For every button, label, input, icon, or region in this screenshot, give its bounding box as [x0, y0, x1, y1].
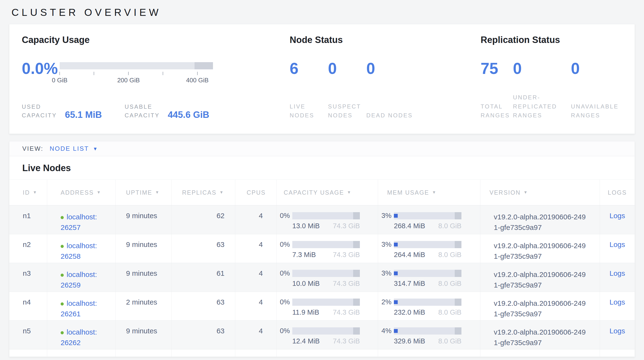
- node-address-cell: localhost:26257: [47, 206, 116, 234]
- capacity-mini-bar: [292, 270, 360, 277]
- logs-link[interactable]: Logs: [610, 212, 625, 220]
- node-version: v19.2.0-alpha.20190606-2491-gfe735c9a97: [480, 321, 600, 349]
- node-mem-cell: 3% 268.4 MiB8.0 GiB: [378, 206, 480, 234]
- cluster-summary-card: Capacity Usage 0.0% 0 GiB 200 GiB: [9, 24, 635, 134]
- view-toolbar: VIEW: NODE LIST ▼: [9, 141, 635, 156]
- node-cpus: 4: [235, 234, 276, 263]
- node-uptime: 9 minutes: [116, 234, 172, 263]
- sort-arrow-icon: ▼: [347, 190, 352, 195]
- node-logs-cell: Logs: [600, 206, 635, 234]
- node-capacity-cell: 0% 10.0 MiB74.3 GiB: [276, 263, 378, 292]
- view-dropdown[interactable]: NODE LIST ▼: [50, 145, 98, 152]
- node-address-link[interactable]: localhost:26259: [60, 270, 97, 289]
- usable-capacity-value: 445.6 GiB: [168, 110, 209, 120]
- node-replicas: 63: [172, 292, 235, 320]
- table-row: n4 localhost:26261 2 minutes 63 4 0% 11.…: [9, 292, 635, 321]
- node-replicas: 61: [172, 263, 235, 292]
- sort-arrow-icon: ▼: [33, 190, 38, 195]
- logs-link[interactable]: Logs: [610, 298, 625, 306]
- node-uptime: 2 minutes: [116, 292, 172, 320]
- node-version: v19.2.0-alpha.20190606-2491-gfe735c9a97: [480, 234, 600, 263]
- capacity-mini-bar: [292, 299, 360, 306]
- node-address-link[interactable]: localhost:26257: [60, 213, 97, 231]
- unavailable-count: 0: [571, 60, 635, 77]
- column-header-replicas[interactable]: REPLICAS▼: [172, 180, 235, 205]
- capacity-used: 11.9 MiB: [292, 308, 319, 316]
- node-status-title: Node Status: [290, 35, 480, 44]
- mem-percent-label: 2%: [378, 298, 392, 306]
- mem-percent-label: 3%: [378, 269, 392, 277]
- node-address-cell: localhost:26261: [47, 292, 116, 320]
- sort-arrow-icon: ▼: [155, 190, 160, 195]
- mem-used: 329.6 MiB: [394, 337, 425, 345]
- mem-mini-bar: [394, 241, 462, 248]
- mem-percent-label: 4%: [378, 327, 392, 335]
- usable-capacity-stat: USABLE CAPACITY 445.6 GiB: [124, 102, 209, 120]
- used-capacity-label: USED CAPACITY: [22, 102, 63, 120]
- node-uptime: 9 minutes: [116, 263, 172, 292]
- node-address-link[interactable]: localhost:26261: [60, 299, 97, 318]
- under-replicated-label: UNDER-REPLICATED RANGES: [513, 93, 571, 120]
- axis-label: 0 GiB: [52, 77, 67, 84]
- logs-link[interactable]: Logs: [610, 327, 625, 335]
- live-nodes-heading: Live Nodes: [9, 156, 635, 179]
- table-row: n1 localhost:26257 9 minutes 62 4 0% 13.…: [9, 206, 635, 234]
- node-version: v19.2.0-alpha.20190606-2491-gfe735c9a97: [480, 263, 600, 292]
- column-header-version[interactable]: VERSION▼: [480, 180, 600, 205]
- mem-percent-label: 3%: [378, 241, 392, 248]
- under-replicated-count: 0: [513, 60, 571, 77]
- capacity-percent-label: 0%: [276, 212, 290, 220]
- logs-link[interactable]: Logs: [610, 269, 625, 277]
- used-capacity-stat: USED CAPACITY 65.1 MiB: [22, 102, 102, 120]
- mem-total: 8.0 GiB: [438, 337, 462, 345]
- node-address-link[interactable]: localhost:26262: [60, 328, 97, 346]
- capacity-percent-label: 0%: [276, 298, 290, 306]
- column-header-uptime[interactable]: UPTIME▼: [116, 180, 172, 205]
- suspect-nodes-stat: 0 SUSPECT NODES: [328, 60, 366, 120]
- column-header-mem-usage[interactable]: MEM USAGE▼: [378, 180, 480, 205]
- logs-link[interactable]: Logs: [610, 241, 625, 248]
- view-selected-value[interactable]: NODE LIST: [50, 145, 89, 152]
- capacity-used: 10.0 MiB: [292, 280, 320, 287]
- node-cpus: 4: [235, 292, 276, 320]
- cluster-overview-page: { "accent_blue": "#4a7de2", "link_blue":…: [0, 0, 644, 360]
- node-capacity-cell: 0% 12.4 MiB74.3 GiB: [276, 321, 378, 349]
- mem-percent-label: 3%: [378, 212, 392, 220]
- mem-mini-bar: [394, 270, 462, 277]
- node-logs-cell: Logs: [600, 263, 635, 292]
- node-mem-cell: 4% 329.6 MiB8.0 GiB: [378, 321, 480, 349]
- node-uptime: 9 minutes: [116, 206, 172, 234]
- under-replicated-ranges-stat: 0 UNDER-REPLICATED RANGES: [513, 60, 571, 120]
- capacity-total: 74.3 GiB: [333, 222, 360, 230]
- column-header-id[interactable]: ID▼: [9, 180, 47, 205]
- node-replicas: 62: [172, 206, 235, 234]
- capacity-used: 13.0 MiB: [292, 222, 320, 230]
- column-header-capacity-usage[interactable]: CAPACITY USAGE▼: [276, 180, 378, 205]
- capacity-percent-label: 0%: [276, 269, 290, 277]
- mem-used: 314.7 MiB: [394, 280, 425, 287]
- capacity-axis-labels: 0 GiB 200 GiB 400 GiB: [60, 77, 213, 84]
- mem-used: 268.4 MiB: [394, 222, 425, 230]
- live-status-icon: [60, 331, 64, 334]
- used-capacity-value: 65.1 MiB: [65, 110, 102, 120]
- node-id: n4: [9, 292, 47, 320]
- usable-capacity-label: USABLE CAPACITY: [124, 102, 166, 120]
- live-nodes-stat: 6 LIVE NODES: [290, 60, 328, 120]
- table-row: n5 localhost:26262 9 minutes 63 4 0% 12.…: [9, 321, 635, 349]
- capacity-total: 74.3 GiB: [333, 251, 360, 259]
- node-cpus: 4: [235, 206, 276, 234]
- suspect-nodes-count: 0: [328, 60, 366, 77]
- axis-label: 400 GiB: [186, 77, 209, 84]
- dead-nodes-label: DEAD NODES: [366, 111, 426, 120]
- capacity-total: 74.3 GiB: [333, 337, 360, 345]
- capacity-mini-bar: [292, 241, 360, 248]
- node-capacity-cell: 0% 13.0 MiB74.3 GiB: [276, 206, 378, 234]
- sort-arrow-icon: ▼: [432, 190, 436, 195]
- node-address-link[interactable]: localhost:26258: [60, 242, 97, 260]
- unavailable-label: UNAVAILABLE RANGES: [571, 102, 631, 120]
- node-id: n5: [9, 321, 47, 349]
- capacity-used: 12.4 MiB: [292, 337, 320, 345]
- mem-total: 8.0 GiB: [438, 222, 462, 230]
- column-header-address[interactable]: ADDRESS▼: [47, 180, 116, 205]
- mem-total: 8.0 GiB: [438, 251, 462, 259]
